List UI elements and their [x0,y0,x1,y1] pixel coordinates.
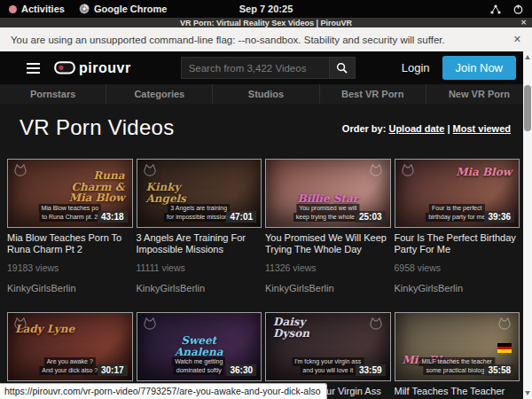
thumb-caption-2: for impossible missions [164,213,233,222]
close-icon[interactable]: ✕ [520,18,527,27]
thumb-overlay-name: Kinky Angels [146,182,212,204]
video-thumb[interactable]: Daisy Dyson I'm fckng your virgin ass an… [265,312,391,381]
thumb-caption-1: 3 Angels are training [168,204,230,213]
warning-bar: You are using an unsupported command-lin… [0,27,532,51]
order-by-label: Order by: [342,123,387,134]
search-input[interactable] [181,57,330,79]
video-card: Billie Star You promised we will keep tr… [265,159,391,293]
video-thumb[interactable]: Sweet Analena Watch me getting dominated… [137,312,262,381]
thumb-caption-2: keep trying the whole d [293,213,363,222]
video-card: Mia Blow MILF teaches the teacher some p… [395,312,520,399]
login-link[interactable]: Login [402,61,430,74]
thumb-caption-2: to Runa Charm pt. 2 [39,213,100,222]
nav-new-vr-porn[interactable]: New VR Porn [426,84,532,104]
video-title[interactable]: Four Is The Perfect Birthday Party For M… [395,232,520,255]
nav-categories[interactable]: Categories [106,84,212,104]
thumb-caption-2: And your dick also ? [39,366,100,375]
thumb-caption-1: Watch me getting [172,357,225,366]
system-bar: Activities Google Chrome Sep 7 20:25 [0,0,532,18]
video-card: Runa Charm & Mia Blow Mia Blow teaches p… [7,159,133,293]
video-studio[interactable]: KinkyGirlsBerlin [137,283,262,293]
activities-button[interactable]: Activities [9,4,65,14]
video-grid: Runa Charm & Mia Blow Mia Blow teaches p… [7,159,520,399]
screen: Activities Google Chrome Sep 7 20:25 [0,0,532,399]
thumb-caption-2: and you will love it [300,366,356,375]
video-duration: 47:01 [226,211,256,223]
chrome-icon [79,4,90,14]
scrollbar[interactable] [523,51,532,399]
video-views: 11326 views [265,262,391,273]
activities-label: Activities [21,4,65,14]
video-thumb[interactable]: Lady Lyne Are you awake ? And your dick … [7,312,133,381]
thumb-caption-2: dominated softly [174,366,224,375]
video-title[interactable]: 3 Angels Are Training For Impossible Mis… [137,232,262,255]
video-studio[interactable]: KinkyGirlsBerlin [7,283,133,293]
site-header: pirouvr Login Join Now [0,51,532,84]
video-title[interactable]: Milf Teaches The Teacher Some Practical … [395,386,520,399]
thumb-caption-1: Four is the perfect [429,204,484,213]
thumb-overlay-name: Billie Star [298,193,359,205]
status-url-tooltip: https://pirouvr.com/vr-porn-video/779325… [0,383,327,399]
video-views: 6958 views [395,262,520,273]
join-now-button[interactable]: Join Now [442,56,516,80]
thumb-caption-1: You promised we will [296,204,359,213]
video-duration: 36:30 [226,364,256,376]
order-upload-date-link[interactable]: Upload date [388,123,444,134]
site-nav: Pornstars Categories Studios Best VR Por… [0,84,532,104]
video-thumb[interactable]: Mia Blow Four is the perfect birthday pa… [395,159,520,228]
scroll-up-icon[interactable] [525,55,530,59]
thumb-caption-1: Are you awake ? [44,357,96,366]
video-card: Mia Blow Four is the perfect birthday pa… [395,159,520,293]
thumb-caption-2: birthday party for me [426,213,488,222]
thumb-overlay-name: Sweet Analena [160,335,237,357]
thumb-caption-1: MILF teaches the teacher [419,357,495,366]
video-thumb[interactable]: Runa Charm & Mia Blow Mia Blow teaches p… [7,159,133,228]
thumb-overlay-name: Daisy Dyson [273,317,341,339]
thumb-overlay-name: Mia Blow [456,167,512,178]
app-menu-label: Google Chrome [94,4,168,14]
video-thumb[interactable]: Billie Star You promised we will keep tr… [265,159,391,228]
search-button[interactable] [330,57,356,79]
page-heading-row: VR Porn Videos Order by: Upload date | M… [0,104,532,159]
scrollbar-thumb[interactable] [524,85,531,131]
logo-text: pirouvr [79,60,131,76]
warning-text: You are using an unsupported command-lin… [11,35,445,45]
browser-title-bar: VR Porn: Virtual Reality Sex Videos | Pi… [0,18,532,27]
order-most-viewed-link[interactable]: Most viewed [453,123,511,134]
video-duration: 43:18 [98,211,128,223]
nav-pornstars[interactable]: Pornstars [0,84,106,104]
page-viewport: pirouvr Login Join Now Pornstars Categor… [0,51,532,399]
video-title[interactable]: You Promised We Will Keep Trying The Who… [265,232,391,255]
nav-studios[interactable]: Studios [212,84,318,104]
video-duration: 30:17 [98,364,128,376]
video-duration: 35:58 [484,364,514,376]
power-icon[interactable] [513,4,523,14]
video-studio[interactable]: KinkyGirlsBerlin [395,283,520,293]
vr-goggles-icon [54,61,75,74]
order-by: Order by: Upload date | Most viewed [342,123,511,134]
order-separator: | [447,123,450,134]
search-bar [181,57,356,79]
video-card: Kinky Angels 3 Angels are training for i… [137,159,262,293]
thumb-caption-2: some practical biology [424,366,490,375]
menu-icon[interactable] [27,60,40,76]
thumb-overlay-name: Lady Lyne [15,324,74,335]
video-title[interactable]: Mia Blow Teaches Porn To Runa Charm Pt 2 [7,232,133,255]
video-thumb[interactable]: Mia Blow MILF teaches the teacher some p… [395,312,520,381]
video-duration: 33:59 [356,364,386,376]
thumb-caption-1: Mia Blow teaches po [38,204,101,213]
nav-best-vr-porn[interactable]: Best VR Porn [319,84,426,104]
network-icon[interactable] [490,4,501,14]
video-views: 19183 views [7,262,133,273]
video-studio[interactable]: KinkyGirlsBerlin [265,283,391,293]
scroll-down-icon[interactable] [525,391,530,395]
video-duration: 25:03 [356,211,386,223]
close-icon[interactable]: ✕ [513,34,521,45]
thumb-caption-1: I'm fckng your virgin ass [292,357,364,366]
video-duration: 39:36 [484,211,514,223]
video-thumb[interactable]: Kinky Angels 3 Angels are training for i… [137,159,262,228]
tab-title: VR Porn: Virtual Reality Sex Videos | Pi… [180,19,352,27]
app-menu-button[interactable]: Google Chrome [79,4,168,14]
video-views: 11111 views [137,262,262,273]
site-logo[interactable]: pirouvr [54,60,131,76]
